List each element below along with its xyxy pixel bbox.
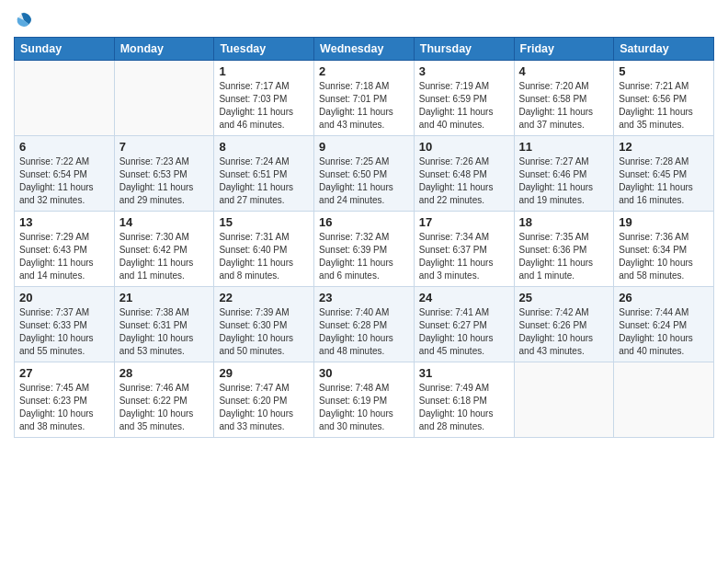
calendar-cell: 15Sunrise: 7:31 AM Sunset: 6:40 PM Dayli… (214, 212, 314, 287)
day-info: Sunrise: 7:26 AM Sunset: 6:48 PM Dayligh… (419, 155, 509, 207)
day-number: 10 (419, 140, 509, 154)
header (14, 9, 714, 29)
header-cell-thursday: Thursday (414, 38, 514, 61)
day-info: Sunrise: 7:35 AM Sunset: 6:36 PM Dayligh… (519, 231, 609, 282)
day-info: Sunrise: 7:21 AM Sunset: 6:56 PM Dayligh… (619, 80, 709, 132)
header-cell-saturday: Saturday (614, 38, 714, 61)
calendar-header: SundayMondayTuesdayWednesdayThursdayFrid… (15, 38, 714, 61)
calendar-cell: 9Sunrise: 7:25 AM Sunset: 6:50 PM Daylig… (314, 136, 415, 212)
calendar-week-4: 20Sunrise: 7:37 AM Sunset: 6:33 PM Dayli… (15, 287, 714, 362)
day-info: Sunrise: 7:39 AM Sunset: 6:30 PM Dayligh… (219, 306, 309, 358)
day-info: Sunrise: 7:20 AM Sunset: 6:58 PM Dayligh… (519, 80, 609, 132)
day-info: Sunrise: 7:17 AM Sunset: 7:03 PM Dayligh… (219, 80, 309, 132)
day-info: Sunrise: 7:44 AM Sunset: 6:24 PM Dayligh… (619, 306, 709, 358)
day-info: Sunrise: 7:32 AM Sunset: 6:39 PM Dayligh… (319, 231, 409, 282)
day-info: Sunrise: 7:24 AM Sunset: 6:51 PM Dayligh… (219, 155, 309, 207)
calendar-cell (114, 61, 214, 136)
calendar-cell: 17Sunrise: 7:34 AM Sunset: 6:37 PM Dayli… (414, 212, 514, 287)
day-number: 28 (119, 366, 210, 380)
calendar-cell: 28Sunrise: 7:46 AM Sunset: 6:22 PM Dayli… (114, 362, 214, 438)
calendar-cell: 13Sunrise: 7:29 AM Sunset: 6:43 PM Dayli… (15, 212, 115, 287)
calendar-cell: 16Sunrise: 7:32 AM Sunset: 6:39 PM Dayli… (314, 212, 415, 287)
calendar-cell: 22Sunrise: 7:39 AM Sunset: 6:30 PM Dayli… (214, 287, 314, 362)
calendar-cell: 8Sunrise: 7:24 AM Sunset: 6:51 PM Daylig… (214, 136, 314, 212)
day-number: 17 (419, 215, 509, 229)
header-cell-monday: Monday (114, 38, 214, 61)
day-number: 9 (319, 140, 409, 154)
day-info: Sunrise: 7:45 AM Sunset: 6:23 PM Dayligh… (19, 382, 109, 433)
day-number: 19 (619, 215, 709, 229)
logo (14, 9, 36, 29)
day-info: Sunrise: 7:46 AM Sunset: 6:22 PM Dayligh… (119, 382, 210, 433)
day-number: 31 (419, 366, 509, 380)
day-number: 7 (119, 140, 210, 154)
day-number: 21 (119, 291, 210, 304)
day-number: 25 (519, 291, 609, 304)
calendar-cell (614, 362, 714, 438)
calendar-cell: 24Sunrise: 7:41 AM Sunset: 6:27 PM Dayli… (414, 287, 514, 362)
day-info: Sunrise: 7:40 AM Sunset: 6:28 PM Dayligh… (319, 306, 409, 358)
calendar-cell (514, 362, 614, 438)
day-number: 24 (419, 291, 509, 304)
calendar-cell: 29Sunrise: 7:47 AM Sunset: 6:20 PM Dayli… (214, 362, 314, 438)
calendar-cell (15, 61, 115, 136)
day-number: 15 (219, 215, 309, 229)
day-number: 6 (19, 140, 109, 154)
calendar-cell: 7Sunrise: 7:23 AM Sunset: 6:53 PM Daylig… (114, 136, 214, 212)
day-number: 3 (419, 64, 509, 78)
day-info: Sunrise: 7:36 AM Sunset: 6:34 PM Dayligh… (619, 231, 709, 282)
day-info: Sunrise: 7:34 AM Sunset: 6:37 PM Dayligh… (419, 231, 509, 282)
day-info: Sunrise: 7:19 AM Sunset: 6:59 PM Dayligh… (419, 80, 509, 132)
calendar-cell: 11Sunrise: 7:27 AM Sunset: 6:46 PM Dayli… (514, 136, 614, 212)
header-cell-friday: Friday (514, 38, 614, 61)
day-info: Sunrise: 7:48 AM Sunset: 6:19 PM Dayligh… (319, 382, 409, 433)
header-cell-sunday: Sunday (15, 38, 115, 61)
day-info: Sunrise: 7:18 AM Sunset: 7:01 PM Dayligh… (319, 80, 409, 132)
day-info: Sunrise: 7:37 AM Sunset: 6:33 PM Dayligh… (19, 306, 109, 358)
day-number: 29 (219, 366, 309, 380)
calendar-body: 1Sunrise: 7:17 AM Sunset: 7:03 PM Daylig… (15, 61, 714, 438)
header-row: SundayMondayTuesdayWednesdayThursdayFrid… (15, 38, 714, 61)
calendar-cell: 12Sunrise: 7:28 AM Sunset: 6:45 PM Dayli… (614, 136, 714, 212)
calendar-cell: 31Sunrise: 7:49 AM Sunset: 6:18 PM Dayli… (414, 362, 514, 438)
calendar-cell: 14Sunrise: 7:30 AM Sunset: 6:42 PM Dayli… (114, 212, 214, 287)
day-number: 11 (519, 140, 609, 154)
day-number: 26 (619, 291, 709, 304)
calendar-cell: 23Sunrise: 7:40 AM Sunset: 6:28 PM Dayli… (314, 287, 415, 362)
calendar-cell: 25Sunrise: 7:42 AM Sunset: 6:26 PM Dayli… (514, 287, 614, 362)
day-info: Sunrise: 7:29 AM Sunset: 6:43 PM Dayligh… (19, 231, 109, 282)
day-info: Sunrise: 7:47 AM Sunset: 6:20 PM Dayligh… (219, 382, 309, 433)
day-number: 5 (619, 64, 709, 78)
day-info: Sunrise: 7:42 AM Sunset: 6:26 PM Dayligh… (519, 306, 609, 358)
calendar-cell: 10Sunrise: 7:26 AM Sunset: 6:48 PM Dayli… (414, 136, 514, 212)
day-number: 27 (19, 366, 109, 380)
calendar-cell: 1Sunrise: 7:17 AM Sunset: 7:03 PM Daylig… (214, 61, 314, 136)
logo-icon (14, 9, 34, 29)
calendar-cell: 21Sunrise: 7:38 AM Sunset: 6:31 PM Dayli… (114, 287, 214, 362)
calendar-cell: 30Sunrise: 7:48 AM Sunset: 6:19 PM Dayli… (314, 362, 415, 438)
header-cell-wednesday: Wednesday (314, 38, 415, 61)
day-info: Sunrise: 7:27 AM Sunset: 6:46 PM Dayligh… (519, 155, 609, 207)
header-cell-tuesday: Tuesday (214, 38, 314, 61)
day-number: 14 (119, 215, 210, 229)
calendar-week-2: 6Sunrise: 7:22 AM Sunset: 6:54 PM Daylig… (15, 136, 714, 212)
day-info: Sunrise: 7:49 AM Sunset: 6:18 PM Dayligh… (419, 382, 509, 433)
day-number: 2 (319, 64, 409, 78)
calendar-cell: 2Sunrise: 7:18 AM Sunset: 7:01 PM Daylig… (314, 61, 415, 136)
calendar-cell: 5Sunrise: 7:21 AM Sunset: 6:56 PM Daylig… (614, 61, 714, 136)
calendar-cell: 6Sunrise: 7:22 AM Sunset: 6:54 PM Daylig… (15, 136, 115, 212)
day-info: Sunrise: 7:38 AM Sunset: 6:31 PM Dayligh… (119, 306, 210, 358)
calendar-table: SundayMondayTuesdayWednesdayThursdayFrid… (14, 37, 714, 438)
calendar-cell: 19Sunrise: 7:36 AM Sunset: 6:34 PM Dayli… (614, 212, 714, 287)
calendar-cell: 27Sunrise: 7:45 AM Sunset: 6:23 PM Dayli… (15, 362, 115, 438)
day-number: 20 (19, 291, 109, 304)
day-info: Sunrise: 7:41 AM Sunset: 6:27 PM Dayligh… (419, 306, 509, 358)
page: SundayMondayTuesdayWednesdayThursdayFrid… (0, 0, 728, 563)
day-number: 30 (319, 366, 409, 380)
calendar-cell: 20Sunrise: 7:37 AM Sunset: 6:33 PM Dayli… (15, 287, 115, 362)
day-number: 16 (319, 215, 409, 229)
calendar-week-5: 27Sunrise: 7:45 AM Sunset: 6:23 PM Dayli… (15, 362, 714, 438)
calendar-week-3: 13Sunrise: 7:29 AM Sunset: 6:43 PM Dayli… (15, 212, 714, 287)
calendar-cell: 26Sunrise: 7:44 AM Sunset: 6:24 PM Dayli… (614, 287, 714, 362)
day-info: Sunrise: 7:22 AM Sunset: 6:54 PM Dayligh… (19, 155, 109, 207)
